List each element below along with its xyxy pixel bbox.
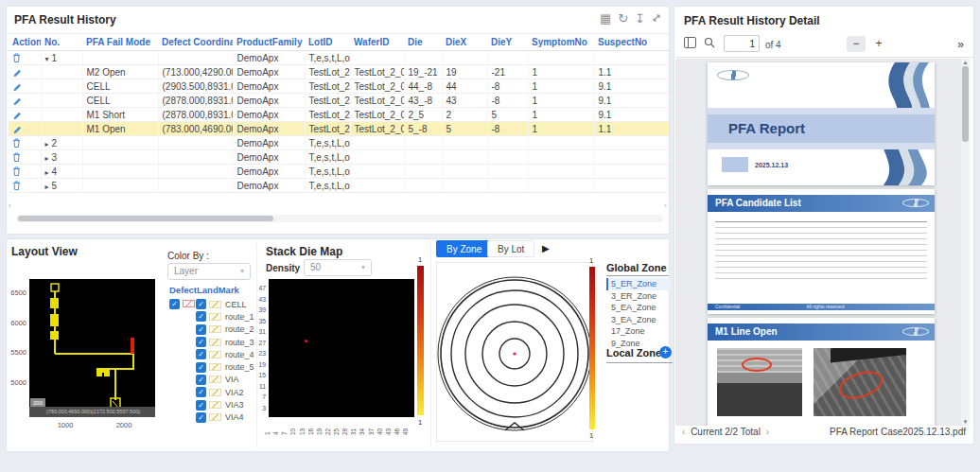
- density-dropdown[interactable]: 50▾: [304, 259, 372, 276]
- zone-item[interactable]: 3_ER_Zone: [606, 290, 671, 303]
- col-action[interactable]: Action: [9, 34, 41, 51]
- table-row[interactable]: M1 Short (2878.000,8931.000)(.. DemoApx …: [9, 108, 669, 122]
- delete-icon[interactable]: [12, 137, 21, 148]
- col-wafer-id[interactable]: WaferID: [350, 34, 404, 51]
- zone-item[interactable]: 17_Zone: [606, 325, 671, 338]
- layer-checkbox[interactable]: ✓: [196, 299, 206, 309]
- edit-icon[interactable]: [12, 123, 22, 133]
- cell-fail-mode: CELL: [82, 94, 158, 108]
- delete-icon[interactable]: [12, 166, 21, 176]
- scroll-up-arrow[interactable]: ▴: [961, 59, 970, 66]
- scroll-left-arrow[interactable]: ‹: [9, 201, 11, 210]
- table-row[interactable]: M1 Open (783.000,4690.000)(2.. DemoApx T…: [9, 122, 669, 136]
- scrollbar-thumb[interactable]: [962, 66, 969, 142]
- tab-by-lot[interactable]: By Lot: [487, 240, 534, 257]
- table-row[interactable]: ▸3 DemoApx T,e,s,t,L,o,_,2..: [9, 150, 669, 165]
- more-tools-icon[interactable]: »: [957, 38, 964, 51]
- horizontal-scrollbar[interactable]: [16, 215, 663, 222]
- zoom-in-button[interactable]: +: [869, 36, 888, 52]
- table-row[interactable]: ▸5 DemoApx T,e,s,t,L,o,_,2..: [9, 179, 669, 193]
- layer-checkbox[interactable]: ✓: [196, 362, 206, 373]
- history-table-viewport[interactable]: Action No. PFA Fail Mode Defect Coordina…: [9, 33, 669, 205]
- delete-icon[interactable]: [12, 180, 21, 190]
- color-by-label: Color By :: [167, 251, 209, 261]
- row-expander[interactable]: ▸: [45, 154, 49, 163]
- wafer-zone-map[interactable]: [436, 262, 593, 442]
- col-defect-coordinate[interactable]: Defect Coordinate: [158, 34, 233, 51]
- row-expander[interactable]: ▸: [45, 168, 49, 177]
- row-expander[interactable]: ▾: [45, 55, 49, 63]
- scroll-right-arrow[interactable]: ›: [664, 201, 667, 210]
- col-die[interactable]: Die: [404, 34, 442, 51]
- layer-checkbox[interactable]: ✓: [196, 375, 206, 385]
- zone-item[interactable]: 5_ER_Zone: [606, 278, 671, 290]
- prev-case-icon[interactable]: ‹: [682, 427, 685, 437]
- table-row[interactable]: M2 Open (713.000,4290.000)(2.. DemoApx T…: [9, 65, 669, 79]
- refresh-icon[interactable]: ↻: [618, 12, 628, 26]
- cell-die: [404, 136, 442, 150]
- col-die-x[interactable]: DieX: [442, 34, 487, 51]
- col-lot-id[interactable]: LotID: [305, 34, 350, 51]
- col-score[interactable]: Sc: [667, 34, 669, 51]
- defect-checkbox[interactable]: ✓: [169, 299, 180, 309]
- cell-die: [404, 51, 442, 65]
- play-icon[interactable]: ▶: [542, 243, 550, 253]
- table-row[interactable]: CELL (2878.000,8931.000)(.. DemoApx Test…: [9, 94, 669, 108]
- download-icon[interactable]: ↧: [635, 12, 645, 26]
- zone-item[interactable]: 3_EA_Zone: [606, 314, 671, 326]
- tab-by-zone[interactable]: By Zone: [436, 240, 492, 257]
- cell-die-y: -8: [487, 79, 528, 94]
- col-fail-mode[interactable]: PFA Fail Mode: [82, 34, 158, 51]
- layer-checkbox[interactable]: ✓: [196, 349, 206, 359]
- scrollbar-thumb[interactable]: [18, 216, 273, 221]
- zoom-out-button[interactable]: −: [847, 36, 866, 52]
- edit-icon[interactable]: [12, 95, 22, 105]
- column-settings-icon[interactable]: ▦: [600, 12, 611, 26]
- layer-checkbox[interactable]: ✓: [196, 324, 206, 335]
- layer-checkbox[interactable]: ✓: [196, 337, 206, 347]
- table-row[interactable]: ▸4 DemoApx T,e,s,t,L,o,_,2..: [9, 165, 669, 179]
- table-row[interactable]: CELL (2903.500,8931.000)(.. DemoApx Test…: [9, 79, 669, 94]
- row-expander[interactable]: ▸: [45, 140, 49, 149]
- page-number-input[interactable]: [724, 35, 760, 52]
- delete-icon[interactable]: [12, 151, 21, 162]
- table-row[interactable]: ▾1 DemoApx T,e,s,t,L,o,_,2..: [9, 51, 669, 65]
- col-no[interactable]: No.: [41, 34, 82, 51]
- col-die-y[interactable]: DieY: [487, 34, 528, 51]
- cell-score: 10: [667, 65, 669, 79]
- slide-header: M1 Line Open: [708, 323, 935, 341]
- col-suspect-no[interactable]: SuspectNo: [594, 34, 667, 51]
- layer-checkbox[interactable]: ✓: [196, 400, 206, 411]
- pdf-viewport[interactable]: PFA Report 2025.12.13 PFA Candidate List…: [675, 59, 961, 426]
- layer-checkbox[interactable]: ✓: [196, 311, 206, 322]
- col-product-family[interactable]: ProductFamily: [233, 34, 305, 51]
- zone-item[interactable]: 5_EA_Zone: [606, 302, 671, 314]
- expand-icon[interactable]: [652, 12, 661, 26]
- sidebar-toggle-icon[interactable]: [684, 37, 696, 50]
- col-symptom-no[interactable]: SymptomNo: [528, 34, 594, 51]
- next-case-icon[interactable]: ›: [766, 427, 769, 437]
- add-local-zone-button[interactable]: +: [659, 346, 672, 358]
- scroll-down-arrow[interactable]: ▾: [961, 418, 970, 426]
- delete-icon[interactable]: [12, 52, 21, 62]
- layer-label: VIA: [225, 375, 239, 384]
- wafer-center-dot: [513, 352, 516, 355]
- sem-tilt-image: [814, 348, 906, 416]
- layer-checkbox[interactable]: ✓: [196, 387, 206, 397]
- color-by-dropdown[interactable]: Layer▾: [167, 263, 251, 280]
- layout-canvas[interactable]: 200 (783.000,4690.000)(2172.500,5557.500…: [29, 279, 155, 417]
- layer-checkbox[interactable]: ✓: [196, 412, 206, 423]
- cell-lot-id: TestLot_2: [305, 122, 350, 136]
- pdf-scrollbar[interactable]: ▴ ▾: [961, 59, 970, 426]
- cell-die: 19_-21: [404, 65, 442, 79]
- edit-icon[interactable]: [12, 80, 22, 91]
- cell-die-x: 44: [442, 79, 487, 94]
- stack-die-map-canvas[interactable]: [269, 279, 414, 417]
- search-icon[interactable]: [704, 37, 715, 50]
- cell-defect-coordinate: (713.000,4290.000)(2..: [158, 65, 233, 79]
- edit-icon[interactable]: [12, 109, 22, 119]
- table-row[interactable]: ▸2 DemoApx T,e,s,t,L,o,_,2..: [9, 136, 669, 150]
- divider: [606, 362, 673, 363]
- edit-icon[interactable]: [12, 66, 22, 77]
- row-expander[interactable]: ▸: [45, 183, 49, 191]
